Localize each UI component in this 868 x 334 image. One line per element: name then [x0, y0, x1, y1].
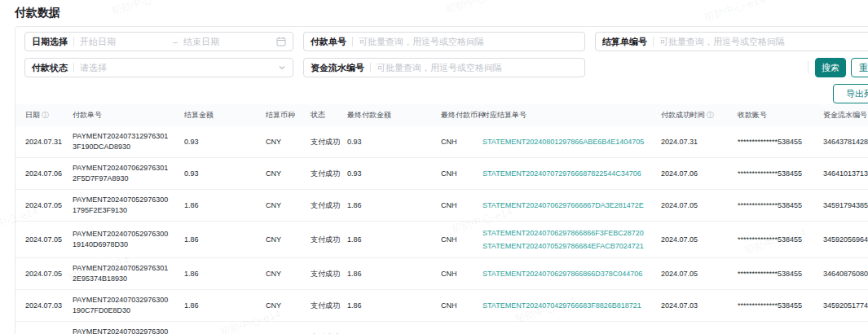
- cell-settle-currency: CNY: [259, 290, 304, 322]
- export-list-button[interactable]: 导出列表: [833, 84, 868, 103]
- cell-settle-amount: 0.93: [178, 126, 259, 158]
- cell-account: **************538455: [731, 158, 817, 190]
- search-button[interactable]: 搜索: [815, 58, 846, 77]
- label-divider: [352, 37, 353, 46]
- cell-final-currency: CNH: [434, 126, 476, 158]
- cell-statement-links: STATEMENT20240706297866866D378C044706: [476, 258, 654, 290]
- fund-flow-no-placeholder[interactable]: 可批量查询，用逗号或空格间隔: [377, 62, 578, 74]
- cell-settle-amount: 1.86: [178, 258, 259, 290]
- cell-settle-currency: CNY: [259, 222, 304, 258]
- cell-account: **************538455: [731, 290, 817, 322]
- cell-settle-amount: 1.86: [178, 190, 259, 222]
- fund-flow-no-input[interactable]: 资金流水编号 可批量查询，用逗号或空格间隔: [303, 58, 585, 77]
- info-icon[interactable]: ⓘ: [42, 111, 49, 119]
- cell-account: **************538455: [731, 190, 817, 222]
- payments-table: 日期ⓘ 付款单号 结算金额 结算币种 状态 最终付款金额 最终付款币种 对应结算…: [15, 104, 868, 334]
- col-header-account: 收款账号: [731, 104, 817, 126]
- cell-final-currency: CNH: [434, 158, 476, 190]
- watermark: 帮助中心-e14: [109, 0, 174, 20]
- cell-success-time: 2024.07.05: [654, 222, 731, 258]
- cell-flow-no: 3459205696461442: [817, 222, 868, 258]
- statement-link[interactable]: STATEMENT2024070729766687822544C34706: [482, 167, 648, 180]
- table-row: 2024.07.05 PAYMENT2024070529763012E95374…: [15, 258, 868, 290]
- statement-link[interactable]: STATEMENT20240706297866866F3FEBC28720: [482, 226, 648, 240]
- cell-date: 2024.07.31: [15, 126, 66, 158]
- cell-payment-no: PAYMENT2024070629763012F5D7F97A8930: [66, 158, 178, 190]
- cell-payment-no: PAYMENT2024073129763013F190DCAD8930: [66, 126, 178, 158]
- cell-final-currency: CNH: [434, 322, 476, 334]
- cell-statement-links: STATEMENT20240706297866866F3FEBC28720STA…: [476, 222, 654, 258]
- date-range-picker[interactable]: 日期选择 开始日期 – 结束日期: [24, 32, 293, 51]
- calendar-icon: [276, 37, 286, 46]
- payment-no-placeholder[interactable]: 可批量查询，用逗号或空格间隔: [359, 36, 578, 48]
- payment-status-select[interactable]: 付款状态 请选择: [24, 58, 293, 77]
- table-row: 2024.07.31 PAYMENT2024073129763013F190DC…: [15, 126, 868, 158]
- table-body: 2024.07.31 PAYMENT2024073129763013F190DC…: [15, 126, 868, 334]
- cell-flow-no: 3464087608050682: [817, 258, 868, 290]
- start-date-placeholder[interactable]: 开始日期: [80, 36, 167, 48]
- table-header-row: 日期ⓘ 付款单号 结算金额 结算币种 状态 最终付款金额 最终付款币种 对应结算…: [15, 104, 868, 126]
- statement-link[interactable]: STATEMENT2024070529786684EFACB7024721: [482, 240, 648, 253]
- button-group-divider: [808, 61, 809, 73]
- cell-payment-no: PAYMENT202407032976300190C7FD0E8D30: [66, 290, 178, 322]
- cell-final-currency: CNH: [434, 222, 476, 258]
- cell-status: 支付成功: [304, 158, 341, 190]
- cell-status: 支付成功: [304, 322, 341, 334]
- statement-link[interactable]: STATEMENT20240706297866866D378C044706: [482, 267, 648, 280]
- col-header-flow-no: 资金流水编号: [817, 104, 868, 126]
- table-row: 2024.07.03 PAYMENT202407032976300190C7FD…: [15, 290, 868, 322]
- statement-link[interactable]: STATEMENT20240801297866ABE6B4E1404705: [482, 135, 648, 148]
- cell-settle-amount: 1.86: [178, 222, 259, 258]
- label-divider: [73, 37, 74, 46]
- watermark: 帮助中心-e14: [702, 0, 767, 26]
- cell-statement-links: STATEMENT20240706297666867DA3E281472E: [476, 190, 654, 222]
- chevron-down-icon: [278, 64, 286, 72]
- cell-date: 2024.07.06: [15, 158, 66, 190]
- cell-final-amount: 1.86: [341, 290, 434, 322]
- statement-link[interactable]: STATEMENT2024070429766683F8826B818721: [482, 299, 648, 312]
- cell-status: 支付成功: [304, 258, 341, 290]
- payment-no-input[interactable]: 付款单号 可批量查询，用逗号或空格间隔: [303, 32, 585, 51]
- statement-link[interactable]: STATEMENT20240706297666867DA3E281472E: [482, 199, 648, 212]
- date-range-label: 日期选择: [32, 36, 68, 48]
- col-header-final-currency: 最终付款币种: [434, 104, 476, 126]
- statement-link[interactable]: STATEMENT20240704297666839C450243872E: [482, 331, 648, 334]
- cell-date: 2024.07.03: [15, 290, 66, 322]
- cell-date: 2024.07.05: [15, 222, 66, 258]
- col-header-status: 状态: [304, 104, 341, 126]
- cell-account: **************538455: [731, 322, 817, 334]
- cell-final-amount: 0.93: [341, 126, 434, 158]
- payment-status-label: 付款状态: [32, 62, 68, 74]
- content-card: 日期选择 开始日期 – 结束日期 付款单号 可批量查询，用逗号或空格间隔 结算单…: [15, 26, 868, 334]
- cell-flow-no: 3459176758379319: [817, 322, 868, 334]
- cell-final-amount: 3.72: [341, 322, 434, 334]
- cell-final-amount: 0.93: [341, 158, 434, 190]
- label-divider: [653, 37, 654, 46]
- cell-settle-currency: CNY: [259, 190, 304, 222]
- cell-payment-no: PAYMENT2024070529763001795F2E3F9130: [66, 190, 178, 222]
- cell-payment-no: PAYMENT2024070529763012E95374B18930: [66, 258, 178, 290]
- cell-success-time: 2024.07.03: [654, 290, 731, 322]
- reset-button[interactable]: 重置: [851, 58, 868, 77]
- cell-final-currency: CNH: [434, 190, 476, 222]
- info-icon[interactable]: ⓘ: [707, 111, 714, 119]
- col-header-settle-amount: 结算金额: [178, 104, 259, 126]
- cell-success-time: 2024.07.05: [654, 190, 731, 222]
- col-header-payment-no: 付款单号: [66, 104, 178, 126]
- table-row: 2024.07.06 PAYMENT2024070629763012F5D7F9…: [15, 158, 868, 190]
- settlement-no-input[interactable]: 结算单编号 可批量查询，用逗号或空格间隔: [595, 32, 868, 51]
- cell-final-currency: CNH: [434, 258, 476, 290]
- cell-flow-no: 3464101371353663: [817, 158, 868, 190]
- payment-status-placeholder[interactable]: 请选择: [80, 62, 272, 74]
- end-date-placeholder[interactable]: 结束日期: [183, 36, 271, 48]
- settlement-no-placeholder[interactable]: 可批量查询，用逗号或空格间隔: [659, 36, 868, 48]
- settlement-no-label: 结算单编号: [602, 36, 647, 48]
- table-row: 2024.07.05 PAYMENT2024070529763001795F2E…: [15, 190, 868, 222]
- cell-statement-links: STATEMENT2024070729766687822544C34706: [476, 158, 654, 190]
- col-header-statement-no: 对应结算单号: [476, 104, 654, 126]
- page-title: 付款数据: [15, 6, 60, 20]
- cell-settle-currency: CNY: [259, 258, 304, 290]
- cell-settle-amount: 0.93: [178, 158, 259, 190]
- col-header-final-amount: 最终付款金额: [341, 104, 434, 126]
- cell-settle-currency: CNY: [259, 158, 304, 190]
